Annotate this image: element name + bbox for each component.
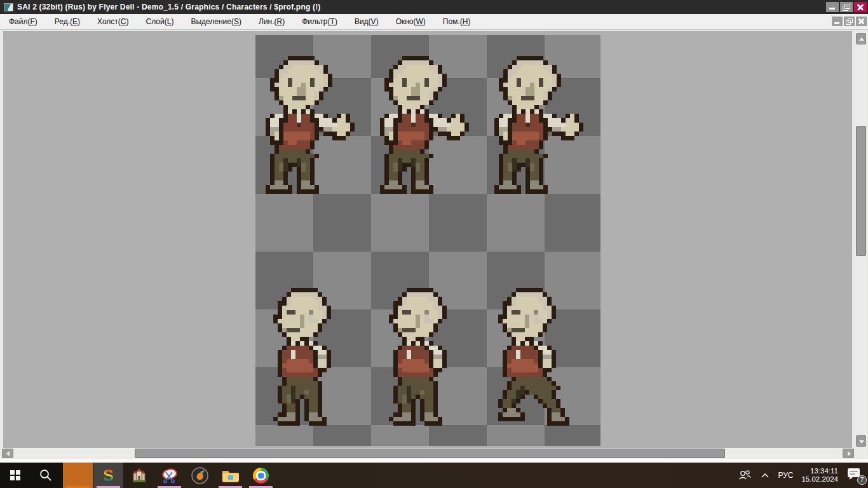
arrow-right-icon (848, 451, 851, 456)
taskbar-app-scissors-app[interactable] (154, 463, 184, 488)
character-sprite-side (273, 288, 340, 426)
menu-item-V[interactable]: Вид(V) (355, 17, 379, 26)
sai-app-icon (4, 3, 13, 11)
hidden-icons-chevron[interactable] (761, 473, 770, 478)
scroll-down-button[interactable] (856, 435, 866, 447)
windows-taskbar: S РУС 13:34:11 15.02.2024 (0, 463, 868, 488)
clock-date: 15.02.2024 (801, 475, 838, 484)
search-icon (39, 468, 53, 482)
scrollbar-corner (855, 448, 867, 459)
window-title: SAI 2 (32bit) (Rus) by Flyer Dell - Demo… (17, 3, 321, 11)
menu-items: Файл(F)Ред.(E)Холст(C)Слой(L)Выделение(S… (0, 17, 470, 26)
menu-item-L[interactable]: Слой(L) (146, 17, 174, 26)
folder-icon (222, 468, 239, 482)
taskbar-app-orange-app[interactable] (63, 463, 93, 488)
menu-item-F[interactable]: Файл(F) (9, 17, 37, 26)
character-sprite-front (261, 56, 359, 194)
minimize-icon (829, 8, 835, 10)
taskbar-app-rpg-maker[interactable] (124, 463, 154, 488)
search-button[interactable] (31, 463, 61, 488)
vertical-scroll-thumb[interactable] (856, 126, 866, 256)
horizontal-scrollbar[interactable] (1, 448, 854, 459)
notification-badge: 7 (857, 475, 867, 485)
castle-icon (131, 467, 147, 484)
character-sprite-front (490, 56, 588, 194)
scroll-right-button[interactable] (843, 449, 854, 458)
menu-bar: Файл(F)Ред.(E)Холст(C)Слой(L)Выделение(S… (0, 14, 868, 30)
taskbar-app-file-explorer[interactable] (215, 463, 245, 488)
minimize-icon (834, 22, 839, 24)
menu-item-W[interactable]: Окно(W) (396, 17, 426, 26)
arrow-up-icon (859, 37, 864, 41)
menu-item-H[interactable]: Пом.(H) (443, 17, 471, 26)
people-icon[interactable] (737, 470, 752, 481)
close-button[interactable] (854, 2, 867, 12)
taskbar-app-sai[interactable]: S (93, 463, 123, 488)
character-sprite-front (376, 56, 473, 194)
menu-item-R[interactable]: Лин.(R) (259, 17, 285, 26)
sai2-application-window: SAI 2 (32bit) (Rus) by Flyer Dell - Demo… (0, 0, 868, 488)
scissors-icon (161, 466, 179, 484)
sai-rainbow-s-icon: S (103, 468, 114, 484)
start-button[interactable] (0, 463, 31, 488)
document-restore-button[interactable] (844, 17, 855, 26)
scroll-up-button[interactable] (856, 33, 866, 44)
taskbar-clock[interactable]: 13:34:11 15.02.2024 (801, 467, 838, 484)
menu-item-C[interactable]: Холст(C) (97, 17, 128, 26)
taskbar-app-fl-studio[interactable] (185, 463, 215, 488)
taskbar-app-chrome[interactable] (246, 463, 276, 488)
restore-button[interactable] (840, 2, 853, 12)
language-indicator[interactable]: РУС (778, 471, 793, 480)
horizontal-scroll-thumb[interactable] (135, 449, 725, 458)
clock-time: 13:34:11 (801, 467, 838, 475)
menu-item-T[interactable]: Фильтр(T) (302, 17, 337, 26)
title-bar[interactable]: SAI 2 (32bit) (Rus) by Flyer Dell - Demo… (0, 0, 868, 14)
action-center-button[interactable]: 7 (846, 467, 864, 484)
minimize-button[interactable] (826, 2, 839, 12)
arrow-down-icon (859, 440, 864, 444)
character-sprite-side (389, 288, 456, 426)
vertical-scrollbar[interactable] (855, 32, 867, 448)
document-minimize-button[interactable] (832, 17, 843, 26)
chrome-icon (253, 468, 269, 484)
fruit-icon (191, 467, 208, 484)
arrow-left-icon (6, 451, 10, 456)
windows-logo-icon (10, 470, 20, 480)
menu-item-E[interactable]: Ред.(E) (55, 17, 80, 26)
character-sprite-side_walk (498, 288, 578, 426)
menu-item-S[interactable]: Выделение(S) (191, 17, 241, 26)
document-close-button[interactable] (856, 17, 867, 26)
scroll-left-button[interactable] (2, 449, 13, 458)
